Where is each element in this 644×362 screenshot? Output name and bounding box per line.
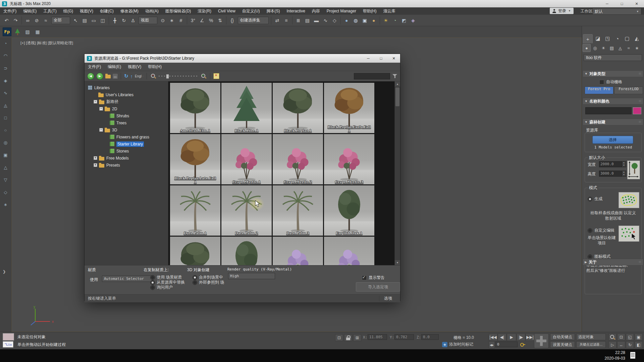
menu-item[interactable]: 视图(V)	[76, 7, 97, 15]
width-spinner[interactable]: 2000.0 ▲▼	[599, 161, 626, 167]
unlink-selection-icon[interactable]: ⊘	[32, 16, 41, 25]
snap-toggle-3d-icon[interactable]: 3°	[189, 16, 198, 25]
command-tab-4[interactable]: ◔	[613, 34, 622, 43]
object-creation-radio[interactable]	[193, 275, 197, 280]
zoom-all-icon[interactable]: ⊡	[617, 334, 625, 341]
library-item-tile[interactable]: Date Palm 3	[273, 185, 323, 236]
generate-radio[interactable]	[588, 197, 592, 201]
field-of-view-icon[interactable]: ▷	[608, 341, 616, 348]
library-item-tile[interactable]	[221, 237, 272, 265]
library-item-tile[interactable]: American Elm 1	[170, 83, 220, 133]
go-to-start-button[interactable]: |◀◀	[489, 334, 497, 341]
forest-pack-icon[interactable]: Fp	[3, 27, 11, 36]
play-button[interactable]: ▶	[507, 334, 516, 341]
forward-button[interactable]: ▶	[96, 73, 103, 80]
menu-item[interactable]: 动画(A)	[142, 7, 162, 15]
scroll-down-icon[interactable]: ▼	[395, 260, 400, 265]
zoom-icon[interactable]	[608, 334, 616, 341]
table-icon[interactable]: ▦	[34, 28, 42, 36]
absolute-mode-icon[interactable]: ⊞	[353, 334, 361, 341]
maxscript-mini-listener[interactable]: "Liu	[3, 341, 13, 348]
zoom-extents-icon[interactable]: ◱	[626, 334, 634, 341]
command-tab-2[interactable]: ◪	[593, 34, 602, 43]
tree-item[interactable]: -新路径	[85, 98, 168, 105]
forest-pro-button[interactable]: Forest Pro	[585, 86, 613, 94]
named-selection-set-dropdown[interactable]: 创建选择集▼	[238, 17, 269, 24]
select-and-link-icon[interactable]: ∞	[23, 16, 32, 25]
rollout-object-type[interactable]: ▼ 对象类型 ∷	[583, 70, 643, 77]
select-and-rotate-icon[interactable]: ↻	[119, 16, 128, 25]
keyboard-shortcut-override-icon[interactable]: #	[176, 16, 185, 25]
object-creation-radio[interactable]	[193, 280, 197, 285]
pan-icon[interactable]: ↔	[617, 341, 625, 348]
mode-custom-row[interactable]: 自定义编辑	[588, 228, 614, 233]
bind-to-space-warp-icon[interactable]: ≈	[41, 16, 50, 25]
object-color-swatch[interactable]	[633, 107, 641, 114]
refresh-icon[interactable]: ↻	[124, 73, 128, 79]
tree-item[interactable]: Libraries	[85, 84, 168, 91]
object-creation-option[interactable]: 外部参照到 场	[193, 280, 224, 285]
left-tool-icon-2[interactable]: ◠	[2, 52, 9, 59]
left-tool-icon-11[interactable]: △	[2, 164, 9, 171]
tree-item[interactable]: +Presets	[85, 162, 168, 169]
icon-mode-radio[interactable]	[588, 254, 592, 259]
library-select-button[interactable]: 选择	[592, 136, 633, 144]
viewport-label[interactable]: [+] [透视] [标准] [默认明暗处理]	[20, 41, 73, 46]
show-warnings-row[interactable]: 显示警告	[362, 275, 385, 281]
frame-step-icon[interactable]: ◂▸	[489, 341, 495, 348]
left-tool-icon-4[interactable]: ◈	[2, 77, 9, 84]
zoom-region-icon[interactable]: ▣	[635, 334, 643, 341]
tree-item[interactable]: -2D	[85, 105, 168, 112]
maximize-viewport-icon[interactable]: ◧	[635, 341, 643, 348]
add-time-tag[interactable]: ◈ 添加时间标记	[442, 342, 473, 347]
selection-lock-icon[interactable]	[344, 334, 352, 341]
rendered-frame-window-icon[interactable]: ▣	[360, 16, 369, 25]
category-dropdown[interactable]: Itoo 软件 ▼	[584, 54, 642, 61]
library-item-tile[interactable]: Date Palm 1	[170, 185, 220, 236]
menu-item[interactable]: 内容	[309, 7, 323, 15]
menu-item[interactable]: 溜云库	[380, 7, 399, 15]
rectangular-selection-region-icon[interactable]: ▭	[89, 16, 98, 25]
zoom-out-icon[interactable]: −	[150, 73, 157, 79]
back-button[interactable]: ◀	[87, 73, 94, 80]
y-field[interactable]: 0.782	[394, 334, 414, 340]
z-field[interactable]: 0.0	[421, 334, 439, 340]
isolate-selection-icon[interactable]: ⊡	[335, 334, 343, 341]
tree-expander-icon[interactable]: -	[99, 128, 103, 132]
library-item-tile[interactable]: Date Palm 2	[221, 185, 272, 236]
undo-icon[interactable]: ↶	[2, 16, 11, 25]
lighting-analysis-icon[interactable]: ☀	[381, 16, 390, 25]
window-crossing-icon[interactable]: ◫	[98, 16, 107, 25]
left-tool-icon-13[interactable]: ◇	[2, 188, 9, 196]
tree-expander-icon[interactable]: -	[94, 100, 97, 104]
percent-snap-icon[interactable]: %	[207, 16, 216, 25]
menu-item[interactable]: 编辑(E)	[20, 7, 40, 15]
key-filters-button[interactable]: 关键点过滤器...	[576, 341, 606, 348]
workspace-dropdown[interactable]: 默认 ▼	[592, 8, 641, 15]
height-spinner[interactable]: 3000.0 ▲▼	[599, 171, 626, 177]
select-and-scale-icon[interactable]: ∆	[128, 16, 138, 25]
duplicate-material-radio[interactable]	[150, 285, 155, 290]
clear-filter-icon[interactable]	[213, 73, 219, 79]
render-production-icon[interactable]: ●	[369, 16, 378, 25]
show-warnings-checkbox[interactable]	[362, 276, 367, 280]
command-tab-5[interactable]: ▢	[623, 34, 632, 43]
maximize-button[interactable]: □	[614, 0, 629, 7]
current-frame-field[interactable]: 0	[495, 342, 518, 347]
material-selector-dropdown[interactable]: Automatic Selector ▼	[102, 276, 152, 282]
spinner-arrows-icon[interactable]: ▲▼	[622, 171, 626, 177]
dialog-menu-item[interactable]: 视图(V)	[124, 64, 145, 70]
render-setup-icon[interactable]: ◍	[351, 16, 360, 25]
create-category-7[interactable]: ∗	[633, 44, 641, 52]
set-key-mode-button[interactable]: 设置关键点	[550, 341, 575, 348]
left-tool-icon-6[interactable]: ◬	[2, 102, 9, 109]
menu-item[interactable]: 渲染(R)	[194, 7, 215, 15]
zoom-in-icon[interactable]: +	[200, 73, 207, 79]
duplicate-material-radio[interactable]	[150, 275, 155, 280]
angle-snap-icon[interactable]: ∠	[198, 16, 207, 25]
dialog-menu-item[interactable]: 文件(F)	[85, 64, 104, 70]
options-link[interactable]: 选项	[379, 296, 392, 301]
duplicate-material-radio[interactable]	[150, 280, 155, 285]
menu-item[interactable]: 图形编辑器(D)	[162, 7, 195, 15]
notes-icon[interactable]	[630, 352, 635, 359]
